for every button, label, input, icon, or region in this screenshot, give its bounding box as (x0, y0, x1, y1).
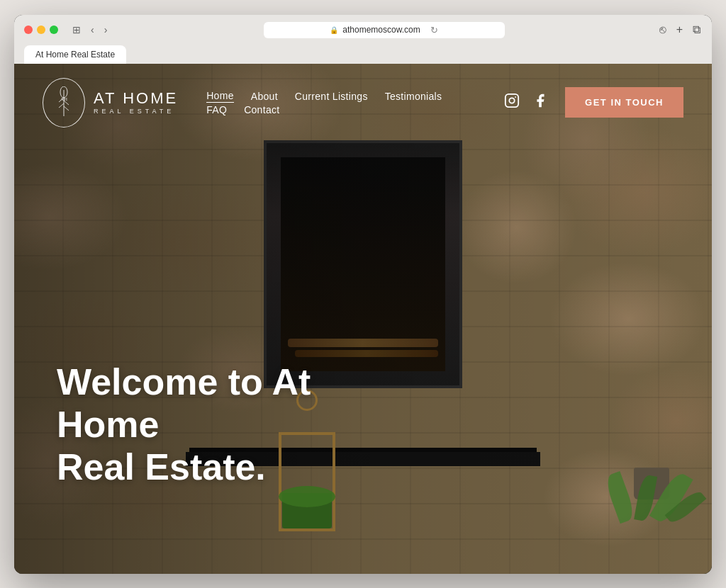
back-button[interactable]: ‹ (88, 23, 97, 37)
traffic-lights (24, 26, 58, 34)
close-button[interactable] (24, 26, 33, 34)
svg-text:AH: AH (60, 96, 67, 102)
tab-label: At Home Real Estate (35, 50, 115, 60)
address-bar[interactable]: 🔒 athomemoscow.com ↻ (264, 22, 505, 38)
hero-title-line2: Real Estate. (57, 446, 266, 487)
nav-row-1: Home About Current Listings Testimonials (206, 90, 487, 103)
sidebar-toggle-button[interactable]: ⊞ (69, 23, 84, 37)
nav-link-home[interactable]: Home (206, 90, 234, 103)
facebook-icon[interactable] (532, 93, 548, 112)
get-in-touch-button[interactable]: GET IN TOUCH (565, 87, 683, 118)
logo-main-text: AT HOME (94, 90, 178, 107)
browser-controls: ⊞ ‹ › (69, 23, 110, 37)
logo-area[interactable]: AH AT HOME REAL ESTATE (43, 78, 178, 128)
svg-point-9 (515, 96, 516, 98)
decorative-plant-right (627, 468, 676, 535)
browser-chrome: ⊞ ‹ › 🔒 athomemoscow.com ↻ ⎋ + ⧉ At Home… (14, 15, 712, 64)
forward-button[interactable]: › (101, 23, 111, 37)
tabs-overview-button[interactable]: ⧉ (691, 22, 702, 38)
maximize-button[interactable] (50, 26, 58, 34)
nav-row-2: FAQ Contact (206, 104, 487, 115)
website-content: AH AT HOME REAL ESTATE Home About Curren… (14, 64, 712, 574)
svg-line-4 (59, 103, 64, 108)
lock-icon: 🔒 (330, 26, 338, 34)
browser-tabs: At Home Real Estate (24, 44, 702, 64)
logo-sub-text: REAL ESTATE (94, 108, 178, 115)
nav-link-about[interactable]: About (251, 91, 278, 102)
browser-window: ⊞ ‹ › 🔒 athomemoscow.com ↻ ⎋ + ⧉ At Home… (14, 15, 712, 574)
url-text: athomemoscow.com (342, 25, 420, 35)
browser-top-bar: ⊞ ‹ › 🔒 athomemoscow.com ↻ ⎋ + ⧉ (24, 22, 702, 38)
svg-line-5 (64, 106, 69, 111)
refresh-icon: ↻ (430, 25, 438, 35)
browser-actions: ⎋ + ⧉ (658, 22, 702, 38)
address-bar-container: 🔒 athomemoscow.com ↻ (117, 22, 650, 38)
nav-links: Home About Current Listings Testimonials… (206, 90, 487, 115)
svg-rect-7 (506, 94, 518, 107)
logo-circle: AH (43, 78, 85, 128)
minimize-button[interactable] (37, 26, 45, 34)
nav-link-faq[interactable]: FAQ (206, 104, 227, 115)
instagram-icon[interactable] (504, 93, 520, 112)
logo-icon: AH (53, 86, 74, 118)
hero-title: Welcome to At Home Real Estate. (57, 361, 411, 488)
social-icons (504, 93, 548, 112)
nav-link-contact[interactable]: Contact (244, 104, 279, 115)
logo-text: AT HOME REAL ESTATE (94, 90, 178, 114)
share-button[interactable]: ⎋ (658, 22, 668, 38)
hero-content: Welcome to At Home Real Estate. (57, 361, 411, 488)
new-tab-button[interactable]: + (675, 22, 684, 38)
nav-link-current-listings[interactable]: Current Listings (295, 91, 368, 102)
active-tab[interactable]: At Home Real Estate (24, 45, 126, 64)
hero-title-line1: Welcome to At Home (57, 361, 311, 445)
main-navigation: AH AT HOME REAL ESTATE Home About Curren… (14, 64, 712, 142)
nav-link-testimonials[interactable]: Testimonials (385, 91, 442, 102)
svg-point-8 (509, 98, 514, 103)
